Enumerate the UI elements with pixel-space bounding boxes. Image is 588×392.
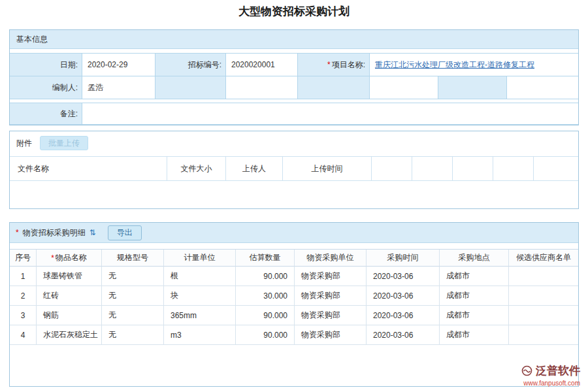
bid-number-value: 2020020001 (226, 54, 298, 76)
cell: 无 (102, 306, 164, 325)
attachment-col-header-8 (493, 157, 534, 180)
cell: 2020-03-06 (367, 306, 440, 325)
cell: 2 (10, 286, 37, 306)
project-name-link[interactable]: 重庆江北污水处理厂级改造工程-道路修复工程 (375, 59, 534, 71)
detail-section-header-bar: * 物资招标采购明细 ⇅ 导出 (10, 223, 578, 243)
basic-info-section: 基本信息 日期: 2020-02-29 招标编号: 2020020001 * 项… (9, 29, 579, 125)
empty-label-cell (298, 76, 370, 99)
cell: 1 (10, 267, 37, 286)
cell: 水泥石灰稳定土 (37, 325, 102, 345)
detail-table: 序号*物品名称规格型号计量单位估算数量物资采购单位采购时间采购地点候选供应商名单… (10, 249, 578, 345)
cell (509, 286, 578, 306)
cell: 30.000 (236, 286, 295, 306)
author-value: 孟浩 (82, 76, 155, 99)
attachment-header-row: 文件名称文件大小上传人上传时间 (10, 156, 578, 181)
export-button[interactable]: 导出 (108, 225, 142, 240)
cell: 根 (164, 267, 236, 286)
detail-section-title: 物资招标采购明细 (23, 227, 86, 238)
cell: 成都市 (440, 325, 509, 345)
cell: 成都市 (440, 267, 509, 286)
cell: 无 (102, 267, 164, 286)
table-row[interactable]: 2红砖无块30.000物资采购部2020-03-06成都市 (10, 286, 578, 306)
project-name-label: * 项目名称: (298, 54, 370, 76)
required-star: * (327, 60, 331, 69)
detail-col-header-2: *物品名称 (37, 250, 102, 267)
detail-col-header-7: 采购时间 (367, 250, 440, 267)
required-star: * (16, 228, 19, 237)
watermark-url: www.fanpusoft.com (521, 380, 580, 387)
cell: 2020-03-06 (367, 286, 440, 306)
cell: 成都市 (440, 306, 509, 325)
empty-value-cell (370, 76, 438, 99)
cell: 物资采购部 (295, 267, 367, 286)
remark-value (82, 103, 578, 125)
empty-label-cell (438, 76, 507, 99)
empty-value-cell (226, 76, 298, 99)
attachment-col-header-4: 上传时间 (283, 157, 372, 180)
detail-table-body: 1球墨铸铁管无根90.000物资采购部2020-03-06成都市2红砖无块30.… (10, 267, 578, 345)
attachment-col-header-6 (412, 157, 453, 180)
detail-col-header-9: 候选供应商名单 (509, 250, 578, 267)
attachment-col-header-7 (453, 157, 493, 180)
cell: 90.000 (236, 306, 295, 325)
cell: 物资采购部 (295, 286, 367, 306)
required-star: * (51, 253, 54, 263)
cell: 物资采购部 (295, 306, 367, 325)
cell: 2020-03-06 (367, 267, 440, 286)
attachments-toolbar: 附件 批量上传 (10, 131, 578, 150)
attachment-col-header-9 (534, 157, 578, 180)
remark-label: 备注: (10, 103, 82, 125)
basic-info-header-bar: 基本信息 (10, 30, 578, 49)
cell: 90.000 (236, 267, 295, 286)
basic-info-table: 日期: 2020-02-29 招标编号: 2020020001 * 项目名称: … (10, 53, 578, 99)
sort-icon[interactable]: ⇅ (90, 228, 96, 237)
cell: 365mm (164, 306, 236, 325)
detail-col-header-4: 计量单位 (164, 250, 236, 267)
attachments-label: 附件 (16, 138, 32, 149)
empty-label-cell (155, 76, 226, 99)
cell (509, 325, 578, 345)
attachment-col-header-5 (372, 157, 412, 180)
cell: 90.000 (236, 325, 295, 345)
brand-line: 泛普软件 (521, 363, 580, 378)
cell: 2020-03-06 (367, 325, 440, 345)
cell: 4 (10, 325, 37, 345)
cell: 成都市 (440, 286, 509, 306)
attachments-section: 附件 批量上传 文件名称文件大小上传人上传时间 (9, 131, 579, 209)
date-label: 日期: (10, 54, 82, 76)
cell: 无 (102, 325, 164, 345)
cell: 无 (102, 286, 164, 306)
cell: 物资采购部 (295, 325, 367, 345)
remark-table: 备注: (10, 103, 578, 125)
table-row[interactable]: 3钢筋无365mm90.000物资采购部2020-03-06成都市 (10, 306, 578, 325)
author-label: 编制人: (10, 76, 82, 99)
detail-header-row: 序号*物品名称规格型号计量单位估算数量物资采购单位采购时间采购地点候选供应商名单 (10, 249, 578, 267)
detail-col-header-8: 采购地点 (440, 250, 509, 267)
basic-info-row-1: 日期: 2020-02-29 招标编号: 2020020001 * 项目名称: … (10, 54, 578, 76)
cell: 3 (10, 306, 37, 325)
cell: 钢筋 (37, 306, 102, 325)
cell: m3 (164, 325, 236, 345)
detail-section: * 物资招标采购明细 ⇅ 导出 序号*物品名称规格型号计量单位估算数量物资采购单… (9, 222, 579, 387)
empty-value-cell (507, 76, 578, 99)
detail-col-header-6: 物资采购单位 (295, 250, 367, 267)
basic-info-row-2: 编制人: 孟浩 (10, 76, 578, 99)
detail-col-header-5: 估算数量 (236, 250, 295, 267)
table-row[interactable]: 1球墨铸铁管无根90.000物资采购部2020-03-06成都市 (10, 267, 578, 286)
cell: 红砖 (37, 286, 102, 306)
attachment-col-header-3: 上传人 (226, 157, 283, 180)
cell: 块 (164, 286, 236, 306)
remark-row: 备注: (10, 103, 578, 125)
detail-col-header-1: 序号 (10, 250, 37, 267)
table-row[interactable]: 4水泥石灰稳定土无m390.000物资采购部2020-03-06成都市 (10, 325, 578, 345)
brand-name: 泛普软件 (536, 363, 580, 378)
fanpu-logo-icon (521, 365, 532, 376)
bid-number-label: 招标编号: (155, 54, 226, 76)
cell: 球墨铸铁管 (37, 267, 102, 286)
attachment-col-header-1: 文件名称 (10, 157, 167, 180)
detail-col-header-3: 规格型号 (102, 250, 164, 267)
cell (509, 267, 578, 286)
batch-upload-button[interactable]: 批量上传 (40, 136, 88, 150)
project-name-label-text: 项目名称: (332, 59, 365, 71)
page-title: 大型物资招标采购计划 (0, 4, 588, 19)
